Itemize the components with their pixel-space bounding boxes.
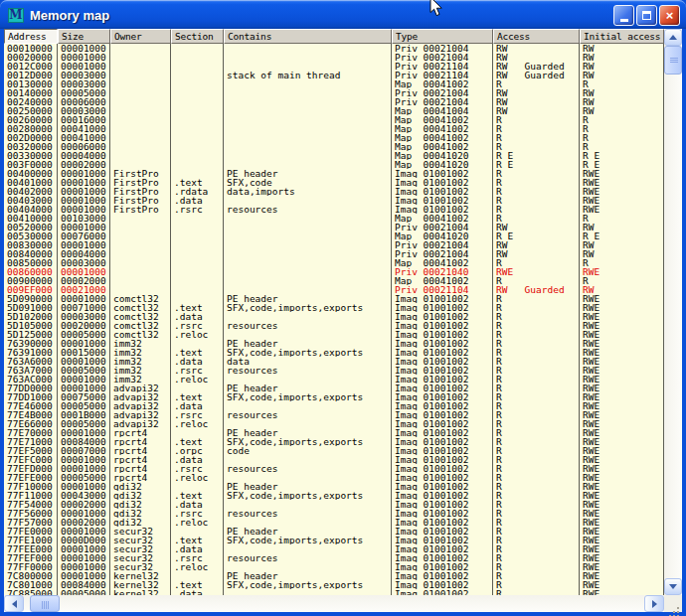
table-row[interactable]: 77E4600000005000advapi32.dataImag 010010…	[4, 401, 664, 410]
table-row[interactable]: 5D10200000003000comctl32.dataImag 010010…	[4, 312, 664, 321]
table-row[interactable]: 7639000000001000imm32PE headerImag 01001…	[4, 339, 664, 348]
cell-access: RW	[493, 97, 580, 106]
column-header-type[interactable]: Type	[392, 29, 493, 44]
cell-initial-access: R E	[580, 160, 664, 169]
table-row[interactable]: 5D09000000001000comctl32PE headerImag 01…	[4, 294, 664, 303]
table-row[interactable]: 5D12500000005000comctl32.relocImag 01001…	[4, 330, 664, 339]
table-row[interactable]: 0040200000001000FirstPro.rdatadata,impor…	[4, 187, 664, 196]
table-row[interactable]: 009EF00000021000Priv 00021104RW GuardedR…	[4, 285, 664, 294]
horizontal-scroll-thumb[interactable]	[30, 595, 60, 612]
table-row[interactable]: 7639100000015000imm32.textSFX,code,impor…	[4, 348, 664, 357]
table-row[interactable]: 77FEF00000001000secur32.rsrcresourcesIma…	[4, 553, 664, 562]
table-row[interactable]: 77FF000000001000secur32.relocImag 010010…	[4, 562, 664, 571]
table-row[interactable]: 7C80100000084000kernel32.textSFX,code,im…	[4, 580, 664, 589]
table-row[interactable]: 0053000000076000Map 00041020R ER E	[4, 231, 664, 240]
cell-type: Imag 01001002	[392, 392, 493, 401]
table-row[interactable]: 77EFD00000001000rpcrt4.rsrcresourcesImag…	[4, 464, 664, 473]
cell-contains	[224, 473, 392, 482]
table-row[interactable]: 0040300000001000FirstPro.dataImag 010010…	[4, 196, 664, 205]
column-header-owner[interactable]: Owner	[110, 29, 171, 44]
table-row[interactable]: 763AC00000001000imm32.relocImag 01001002…	[4, 375, 664, 384]
table-row[interactable]: 0002000000001000Priv 00021004RWRW	[4, 53, 664, 62]
column-header-contains[interactable]: Contains	[224, 29, 392, 44]
cell-contains	[224, 79, 392, 88]
table-row[interactable]: 77E4B0000001B000advapi32.rsrcresourcesIm…	[4, 410, 664, 419]
cell-address: 763A7000	[4, 366, 58, 375]
cell-owner: kernel32	[110, 571, 171, 580]
table-row[interactable]: 763A600000001000imm32.datadataImag 01001…	[4, 357, 664, 366]
table-row[interactable]: 77E6600000005000advapi32.relocImag 01001…	[4, 419, 664, 428]
maximize-button[interactable]	[636, 5, 657, 26]
table-row[interactable]: 0012D00000003000stack of main threadPriv…	[4, 71, 664, 79]
cell-access: R	[493, 312, 580, 321]
table-row[interactable]: 0040100000001000FirstPro.textSFX,codeIma…	[4, 178, 664, 187]
cell-owner: comctl32	[110, 294, 171, 303]
table-row[interactable]: 0025000000003000Map 00041004RWRW	[4, 106, 664, 115]
column-header-address[interactable]: Address	[4, 29, 58, 44]
column-header-section[interactable]: Section	[171, 29, 224, 44]
table-row[interactable]: 0090000000002000Map 00041002RR	[4, 276, 664, 285]
scroll-down-button[interactable]	[664, 578, 682, 595]
table-row[interactable]: 0052000000001000Priv 00021004RWRW	[4, 223, 664, 231]
table-row[interactable]: 77FEE00000001000secur32.dataImag 0100100…	[4, 544, 664, 553]
table-row[interactable]: 77E7000000001000rpcrt4PE headerImag 0100…	[4, 428, 664, 437]
table-row[interactable]: 0040400000001000FirstPro.rsrcresourcesIm…	[4, 205, 664, 214]
table-row[interactable]: 77FE10000000D000secur32.textSFX,code,imp…	[4, 536, 664, 544]
table-row[interactable]: 0013000000003000Map 00041002RR	[4, 79, 664, 88]
cell-size: 00001000	[58, 205, 110, 214]
vertical-scrollbar[interactable]	[664, 29, 682, 595]
cell-owner	[110, 71, 171, 79]
cell-type: Map 00041020	[392, 151, 493, 160]
table-row[interactable]: 0040000000001000FirstProPE headerImag 01…	[4, 169, 664, 178]
table-row[interactable]: 0086000000001000Priv 00021040RWERWE	[4, 267, 664, 276]
table-row[interactable]: 002D000000041000Map 00041002RR	[4, 133, 664, 142]
cell-contains	[224, 124, 392, 133]
table-row[interactable]: 77DD100000075000advapi32.textSFX,code,im…	[4, 392, 664, 401]
minimize-button[interactable]	[613, 5, 634, 26]
table-row[interactable]: 0024000000006000Priv 00021004RWRW	[4, 97, 664, 106]
table-row[interactable]: 5D10500000020000comctl32.rsrcresourcesIm…	[4, 321, 664, 330]
table-row[interactable]: 77F5400000002000gdi32.dataImag 01001002R…	[4, 500, 664, 509]
table-row[interactable]: 0028000000041000Map 00041002RR	[4, 124, 664, 133]
cell-type: Imag 01001002	[392, 491, 493, 500]
table-row[interactable]: 77F5700000002000gdi32.relocImag 01001002…	[4, 518, 664, 527]
scroll-up-button[interactable]	[664, 29, 682, 46]
table-row[interactable]: 77E7100000084000rpcrt4.textSFX,code,impo…	[4, 437, 664, 446]
vertical-scroll-thumb[interactable]	[664, 46, 682, 75]
scroll-right-button[interactable]	[644, 595, 664, 612]
column-header-size[interactable]: Size	[58, 29, 110, 44]
table-row[interactable]: 0012C00000001000Priv 00021104RW GuardedR…	[4, 62, 664, 71]
table-row[interactable]: 0033000000004000Map 00041020R ER E	[4, 151, 664, 160]
table-row[interactable]: 77EF500000007000rpcrt4.orpccodeImag 0100…	[4, 446, 664, 455]
title-bar[interactable]: M Memory map ×	[0, 0, 686, 29]
cell-access: R	[493, 258, 580, 267]
table-row[interactable]: 0041000000103000Map 00041002RR	[4, 214, 664, 223]
table-row[interactable]: 7C80000000001000kernel32PE headerImag 01…	[4, 571, 664, 580]
table-row[interactable]: 0026000000016000Map 00041002RR	[4, 115, 664, 124]
table-row[interactable]: 77F5600000001000gdi32.rsrcresourcesImag …	[4, 509, 664, 518]
table-row[interactable]: 5D09100000071000comctl32.textSFX,code,im…	[4, 303, 664, 312]
column-header-access[interactable]: Access	[493, 29, 580, 44]
cell-type: Imag 01001002	[392, 178, 493, 187]
horizontal-scrollbar[interactable]	[4, 595, 664, 612]
table-row[interactable]: 77EFC00000001000rpcrt4.dataImag 01001002…	[4, 455, 664, 464]
table-row[interactable]: 77FE000000001000secur32PE headerImag 010…	[4, 527, 664, 536]
table-row[interactable]: 0083000000001000Priv 00021004RWRW	[4, 240, 664, 249]
cell-size: 00006000	[58, 97, 110, 106]
table-row[interactable]: 0014000000005000Priv 00021004RWRW	[4, 88, 664, 97]
resize-grip[interactable]	[664, 595, 682, 612]
table-row[interactable]: 0001000000001000Priv 00021004RWRW	[4, 44, 664, 53]
table-row[interactable]: 77EFE00000005000rpcrt4.relocImag 0100100…	[4, 473, 664, 482]
table-row[interactable]: 763A700000005000imm32.rsrcresourcesImag …	[4, 366, 664, 375]
table-row[interactable]: 77F1000000001000gdi32PE headerImag 01001…	[4, 482, 664, 491]
table-row[interactable]: 0032000000006000Map 00041002RR	[4, 142, 664, 151]
table-row[interactable]: 0084000000004000Priv 00021004RWRW	[4, 249, 664, 258]
table-row[interactable]: 003F000000002000Map 00041020R ER E	[4, 160, 664, 169]
cell-contains	[224, 151, 392, 160]
column-header-initial-access[interactable]: Initial access	[580, 29, 664, 44]
close-button[interactable]: ×	[659, 5, 680, 26]
table-row[interactable]: 0085000000003000Map 00041002RR	[4, 258, 664, 267]
table-row[interactable]: 77DD000000001000advapi32PE headerImag 01…	[4, 384, 664, 392]
scroll-left-button[interactable]	[4, 595, 24, 612]
table-row[interactable]: 77F1100000043000gdi32.textSFX,code,impor…	[4, 491, 664, 500]
